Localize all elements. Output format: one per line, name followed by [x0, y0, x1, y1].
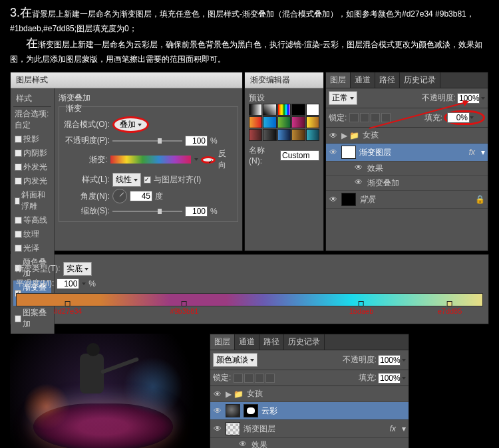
checkbox[interactable] — [15, 231, 22, 238]
layer-gradient[interactable]: 👁渐变图层fx▾ — [210, 420, 409, 438]
checkbox[interactable] — [15, 177, 22, 185]
fx-bevel[interactable]: 斜面和浮雕 — [13, 188, 51, 213]
blend-mode-select[interactable]: 正常 — [329, 91, 357, 105]
chevron-down-icon[interactable] — [402, 377, 406, 380]
visibility-icon[interactable]: 👁 — [213, 390, 222, 399]
fx-satin[interactable]: 光泽 — [13, 241, 51, 255]
style-select[interactable]: 线性 — [112, 173, 141, 187]
checkbox[interactable] — [15, 150, 22, 157]
preset-swatch[interactable] — [263, 116, 276, 128]
opacity-slider[interactable] — [112, 140, 182, 142]
layer-clouds[interactable]: 👁云彩 — [210, 402, 409, 420]
scale-slider[interactable] — [112, 211, 182, 212]
lock-position-icon[interactable] — [371, 113, 380, 122]
checkbox[interactable] — [15, 217, 22, 224]
gradient-stop[interactable]: 1bdaeb — [349, 301, 374, 315]
visibility-icon[interactable]: 👁 — [354, 177, 363, 189]
tab-channels[interactable]: 通道 — [235, 334, 259, 350]
preset-swatch[interactable] — [277, 129, 291, 141]
angle-input[interactable]: 45 — [130, 191, 152, 201]
fill-input[interactable]: 100% — [378, 373, 401, 384]
fx-pattern-overlay[interactable]: 图案叠加 — [13, 306, 51, 331]
preset-swatch[interactable] — [263, 104, 276, 116]
chevron-down-icon[interactable] — [82, 282, 86, 285]
checkbox[interactable] — [15, 164, 22, 171]
lock-pixels-icon[interactable] — [360, 113, 369, 122]
preset-swatch[interactable] — [291, 116, 305, 128]
layer-group[interactable]: 👁▶ 📁女孩 — [210, 386, 409, 402]
blend-mode-select[interactable]: 颜色减淡 — [213, 353, 257, 367]
layer-background[interactable]: 👁背景🔒 — [326, 191, 488, 209]
preset-swatch[interactable] — [306, 129, 319, 141]
preset-swatch[interactable] — [249, 129, 262, 141]
tab-paths[interactable]: 路径 — [375, 72, 400, 88]
checkbox[interactable] — [15, 197, 20, 205]
tab-paths[interactable]: 路径 — [259, 334, 284, 350]
opacity-input[interactable]: 100 — [185, 136, 208, 146]
visibility-icon[interactable]: 👁 — [213, 406, 222, 415]
tab-layers[interactable]: 图层 — [210, 334, 235, 350]
tab-channels[interactable]: 通道 — [351, 72, 375, 88]
preset-swatch[interactable] — [306, 104, 319, 116]
effect-gradient-overlay[interactable]: 👁渐变叠加 — [326, 176, 488, 191]
fx-contour[interactable]: 等高线 — [13, 213, 51, 227]
gradient-stop[interactable]: #9b3b81 — [170, 301, 199, 315]
preset-swatch[interactable] — [291, 129, 305, 141]
checkbox[interactable] — [15, 136, 22, 143]
chevron-down-icon[interactable] — [470, 116, 474, 119]
blend-mode-select[interactable]: 叠加 — [112, 116, 149, 133]
lock-transparency-icon[interactable] — [349, 113, 359, 122]
gradient-stop[interactable]: e7dd85 — [438, 301, 462, 315]
chevron-down-icon[interactable]: ▾ — [481, 148, 485, 157]
fx-texture[interactable]: 纹理 — [13, 227, 51, 241]
name-input[interactable]: Custom — [280, 150, 319, 161]
preset-swatch[interactable] — [306, 116, 319, 128]
fx-inner-shadow[interactable]: 内阴影 — [13, 146, 51, 160]
reverse-checkbox[interactable] — [201, 156, 216, 164]
lock-position-icon[interactable] — [255, 374, 264, 383]
preset-swatch[interactable] — [263, 129, 276, 141]
layer-effects-header[interactable]: 👁效果 — [210, 438, 409, 448]
fx-badge[interactable]: fx — [390, 424, 396, 433]
visibility-icon[interactable]: 👁 — [238, 439, 248, 448]
scale-input[interactable]: 100 — [185, 206, 208, 217]
lock-transparency-icon[interactable] — [234, 374, 243, 383]
layer-group[interactable]: 👁▶ 📁女孩 — [326, 128, 488, 144]
fill-input[interactable]: 0% — [447, 112, 470, 123]
visibility-icon[interactable]: 👁 — [213, 424, 222, 433]
preset-swatch[interactable] — [249, 104, 262, 116]
gradient-bar[interactable]: #d27e34#9b3b811bdaebe7dd85 — [16, 293, 483, 306]
chevron-down-icon[interactable] — [402, 359, 406, 362]
opacity-input[interactable]: 100% — [378, 355, 401, 366]
visibility-icon[interactable]: 👁 — [329, 131, 338, 140]
lock-pixels-icon[interactable] — [244, 374, 253, 383]
fx-drop-shadow[interactable]: 投影 — [13, 132, 51, 146]
tab-history[interactable]: 历史记录 — [284, 334, 325, 350]
chevron-down-icon[interactable]: ▾ — [402, 424, 406, 433]
gradient-stop[interactable]: #d27e34 — [54, 301, 83, 315]
fx-badge[interactable]: fx — [469, 148, 475, 157]
visibility-icon[interactable]: 👁 — [354, 163, 363, 174]
checkbox[interactable] — [15, 315, 21, 322]
preset-swatch[interactable] — [249, 116, 262, 128]
fx-outer-glow[interactable]: 外发光 — [13, 160, 51, 174]
fx-inner-glow[interactable]: 内发光 — [13, 174, 51, 188]
angle-gizmo[interactable] — [112, 189, 127, 203]
checkbox[interactable] — [15, 245, 22, 252]
blend-options[interactable]: 混合选项:自定 — [13, 107, 51, 132]
smooth-input[interactable]: 100 — [57, 279, 79, 289]
layer-effects-header[interactable]: 👁效果 — [326, 162, 488, 176]
lock-all-icon[interactable] — [381, 113, 391, 122]
chevron-down-icon[interactable] — [194, 158, 198, 161]
tab-layers[interactable]: 图层 — [326, 72, 351, 88]
opacity-input[interactable]: 100% — [457, 93, 480, 104]
chevron-down-icon[interactable] — [481, 97, 485, 100]
preset-swatch[interactable] — [291, 104, 305, 116]
gradient-preview[interactable] — [110, 155, 192, 164]
lock-all-icon[interactable] — [265, 374, 275, 383]
visibility-icon[interactable]: 👁 — [329, 195, 338, 204]
grad-type-select[interactable]: 实底 — [63, 262, 92, 276]
align-checkbox[interactable] — [144, 176, 151, 183]
visibility-icon[interactable]: 👁 — [329, 148, 338, 157]
tab-history[interactable]: 历史记录 — [400, 72, 440, 88]
